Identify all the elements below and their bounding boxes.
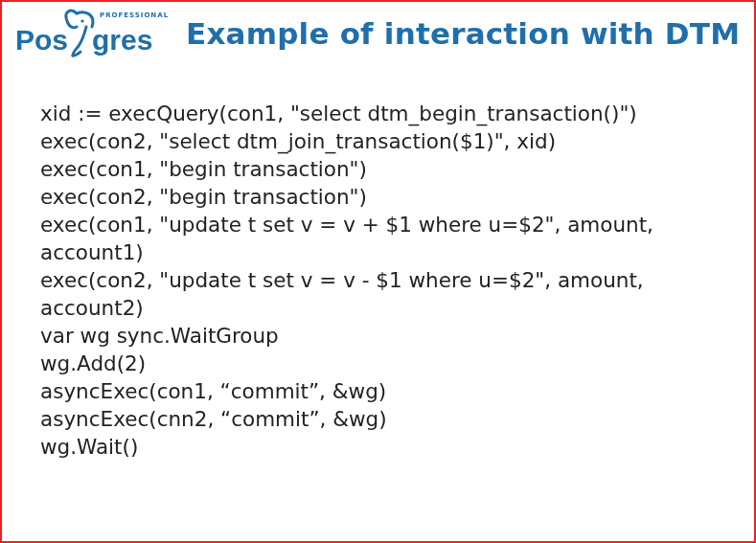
code-line: xid := execQuery(con1, "select dtm_begin… xyxy=(40,100,716,127)
code-line: exec(con1, "begin transaction") xyxy=(40,155,716,183)
svg-text:Pos: Pos xyxy=(15,24,68,56)
code-line: exec(con2, "select dtm_join_transaction(… xyxy=(40,127,716,155)
code-line: var wg sync.WaitGroup xyxy=(40,322,716,350)
slide-header: Pos gres PROFESSIONAL Example of interac… xyxy=(2,2,754,59)
code-line: exec(con2, "update t set v = v - $1 wher… xyxy=(40,266,716,322)
slide-frame: Pos gres PROFESSIONAL Example of interac… xyxy=(0,0,756,543)
code-line: wg.Add(2) xyxy=(40,350,716,377)
postgres-pro-logo: Pos gres PROFESSIONAL xyxy=(15,8,169,59)
slide-title: Example of interaction with DTM xyxy=(169,16,745,51)
code-line: exec(con2, "begin transaction") xyxy=(40,183,716,211)
svg-text:gres: gres xyxy=(92,24,152,56)
code-line: exec(con1, "update t set v = v + $1 wher… xyxy=(40,211,716,266)
code-line: asyncExec(con1, “commit”, &wg) xyxy=(40,377,716,405)
code-line: asyncExec(cnn2, “commit”, &wg) xyxy=(40,405,716,433)
code-block: xid := execQuery(con1, "select dtm_begin… xyxy=(2,59,754,461)
logo-tagline: PROFESSIONAL xyxy=(100,11,169,19)
code-line: wg.Wait() xyxy=(40,433,716,461)
svg-point-2 xyxy=(80,19,83,22)
